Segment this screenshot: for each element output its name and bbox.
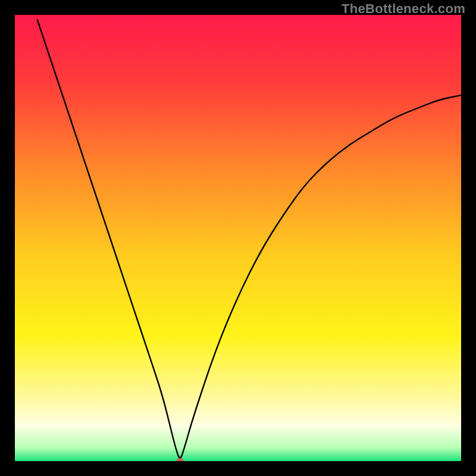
plot-svg bbox=[15, 15, 461, 461]
gradient-background bbox=[15, 15, 461, 461]
plot-area bbox=[15, 15, 461, 461]
chart-container: TheBottleneck.com bbox=[0, 0, 476, 476]
watermark-text: TheBottleneck.com bbox=[342, 1, 465, 17]
